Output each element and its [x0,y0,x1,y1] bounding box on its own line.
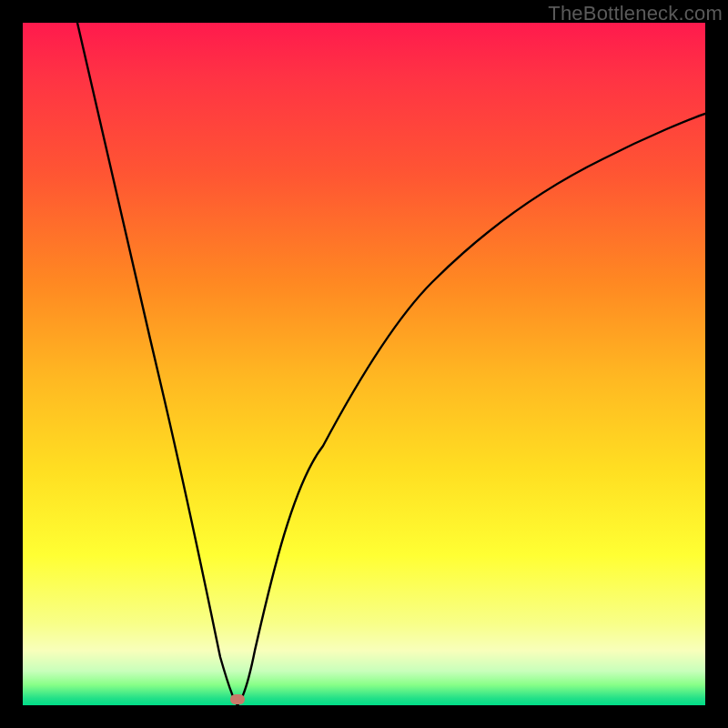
watermark-text: TheBottleneck.com [548,2,723,25]
optimal-point-marker [230,694,245,704]
plot-area [23,23,705,705]
chart-frame: TheBottleneck.com [0,0,728,728]
curve-svg [23,23,705,705]
bottleneck-curve [77,23,705,705]
